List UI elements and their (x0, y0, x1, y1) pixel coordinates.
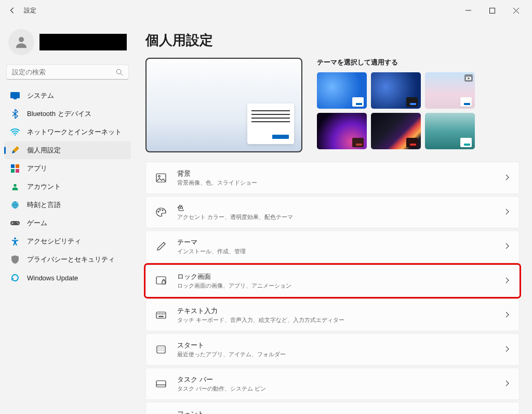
nav-label: プライバシーとセキュリティ (27, 255, 115, 264)
svg-point-21 (468, 77, 470, 80)
svg-point-9 (15, 134, 16, 136)
nav-label: アカウント (27, 182, 61, 191)
svg-point-41 (161, 350, 162, 351)
setting-title: 色 (177, 203, 504, 213)
settings-list: 背景 背景画像、色、スライドショー 色 アクセント カラー、透明度効果、配色テー… (145, 162, 520, 414)
user-block[interactable] (4, 25, 131, 64)
setting-lock-screen[interactable]: ロック画面 ロック画面の画像、アプリ、アニメーション (145, 265, 520, 297)
themes-heading: テーマを選択して適用する (317, 58, 520, 67)
search-box[interactable] (6, 64, 129, 80)
update-icon (10, 273, 20, 282)
nav-label: Windows Update (27, 274, 78, 282)
setting-title: スタート (177, 341, 504, 350)
setting-desc: タッチ キーボード、音声入力、絵文字など、入力方式エディター (177, 316, 504, 324)
chevron-right-icon (504, 346, 510, 354)
svg-rect-8 (14, 98, 17, 99)
paint-icon (10, 146, 20, 155)
nav-label: Bluetooth とデバイス (27, 109, 91, 119)
nav-item-system[interactable]: システム (4, 87, 131, 105)
svg-point-14 (14, 184, 16, 187)
svg-point-5 (116, 69, 121, 74)
setting-desc: 背景画像、色、スライドショー (177, 179, 504, 187)
nav-label: システム (27, 91, 54, 100)
theme-thumb-2[interactable] (371, 72, 421, 109)
nav-label: ネットワークとインターネット (27, 127, 122, 137)
taskbar-icon (155, 380, 167, 387)
nav-item-accessibility[interactable]: アクセシビリティ (4, 232, 131, 250)
maximize-icon (489, 8, 495, 14)
svg-line-6 (121, 73, 123, 75)
setting-title: タスク バー (177, 375, 504, 384)
chevron-right-icon (504, 209, 510, 216)
nav-item-network[interactable]: ネットワークとインターネット (4, 123, 131, 141)
nav-label: ゲーム (27, 218, 47, 228)
nav-item-windows-update[interactable]: Windows Update (4, 269, 131, 287)
lock-screen-icon (155, 276, 167, 286)
nav-item-bluetooth[interactable]: Bluetooth とデバイス (4, 105, 131, 123)
minimize-button[interactable] (456, 2, 480, 19)
nav-item-account[interactable]: アカウント (4, 178, 131, 196)
svg-point-18 (18, 223, 19, 224)
setting-themes[interactable]: テーマ インストール、作成、管理 (145, 230, 520, 263)
svg-rect-29 (156, 312, 166, 318)
svg-point-42 (163, 350, 164, 351)
setting-start[interactable]: スタート 最近使ったアプリ、アイテム、フォルダー (145, 333, 520, 366)
keyboard-icon (155, 312, 167, 319)
back-button[interactable] (4, 2, 21, 19)
desktop-preview (145, 58, 302, 152)
wifi-icon (10, 127, 20, 137)
svg-rect-12 (11, 169, 15, 173)
setting-desc: 最近使ったアプリ、アイテム、フォルダー (177, 351, 504, 358)
theme-thumb-1[interactable] (317, 72, 367, 109)
svg-rect-28 (162, 281, 165, 284)
account-icon (10, 182, 20, 191)
setting-title: テキスト入力 (177, 306, 504, 316)
chevron-right-icon (504, 174, 510, 182)
svg-point-17 (17, 222, 18, 223)
setting-title: フォント (177, 409, 504, 414)
pen-icon (155, 242, 167, 251)
nav-item-personalization[interactable]: 個人用設定 (4, 141, 131, 159)
theme-thumb-6[interactable] (425, 113, 475, 149)
setting-taskbar[interactable]: タスク バー タスク バーの動作、システム ピン (145, 368, 520, 400)
chevron-right-icon (504, 277, 510, 285)
nav-item-apps[interactable]: アプリ (4, 160, 131, 177)
user-name-redacted (39, 34, 127, 50)
svg-rect-43 (156, 381, 166, 387)
apps-icon (10, 164, 20, 173)
svg-rect-1 (489, 8, 495, 13)
arrow-left-icon (9, 7, 16, 14)
svg-point-25 (159, 210, 161, 211)
minimize-icon (466, 8, 471, 14)
nav-list: システム Bluetooth とデバイス ネットワークとインターネット 個人用設… (4, 87, 131, 287)
setting-fonts[interactable]: AA フォント インストール、管理 (145, 402, 520, 414)
setting-desc: インストール、作成、管理 (177, 248, 504, 255)
display-icon (10, 91, 20, 100)
setting-text-input[interactable]: テキスト入力 タッチ キーボード、音声入力、絵文字など、入力方式エディター (145, 299, 520, 331)
svg-point-40 (158, 350, 159, 351)
maximize-button[interactable] (480, 2, 504, 19)
nav-item-time-language[interactable]: 時刻と言語 (4, 196, 131, 214)
camera-icon (464, 74, 473, 82)
nav-item-privacy[interactable]: プライバシーとセキュリティ (4, 251, 131, 268)
chevron-right-icon (504, 380, 510, 388)
avatar (8, 29, 34, 55)
svg-rect-36 (157, 346, 165, 353)
search-input[interactable] (12, 68, 116, 76)
theme-thumb-3[interactable] (425, 72, 475, 109)
theme-thumb-4[interactable] (317, 113, 367, 149)
chevron-right-icon (504, 243, 510, 251)
chevron-right-icon (504, 312, 510, 319)
setting-background[interactable]: 背景 背景画像、色、スライドショー (145, 162, 520, 194)
setting-colors[interactable]: 色 アクセント カラー、透明度効果、配色テーマ (145, 196, 520, 228)
close-icon (513, 8, 519, 14)
accessibility-icon (10, 237, 20, 246)
theme-thumb-5[interactable] (371, 113, 421, 149)
close-button[interactable] (504, 2, 528, 19)
main-content: 個人用設定 テーマを選択して適用する (135, 21, 532, 414)
picture-icon (155, 173, 167, 183)
nav-item-game[interactable]: ゲーム (4, 214, 131, 232)
nav-label: 時刻と言語 (27, 200, 61, 210)
game-icon (10, 218, 20, 228)
svg-point-38 (161, 347, 162, 348)
